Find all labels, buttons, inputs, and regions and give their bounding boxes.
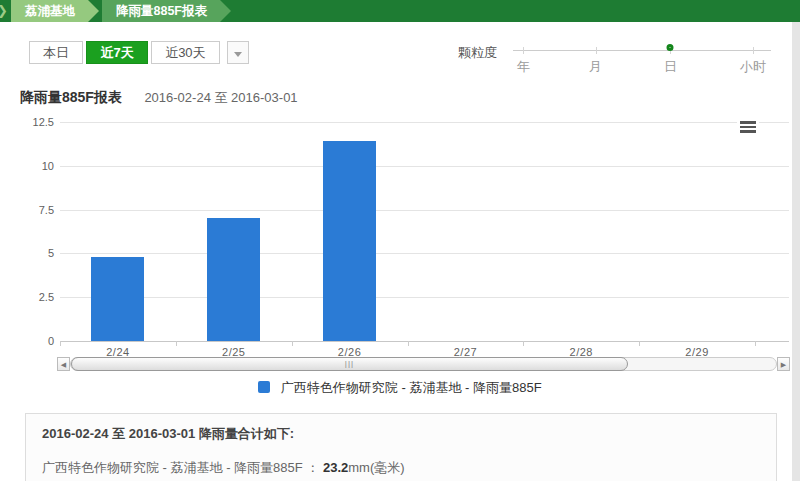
chevron-right-icon: ❯ (0, 0, 11, 22)
report-title: 降雨量885F报表 (20, 89, 122, 105)
granularity-option-3[interactable]: 日 (664, 58, 677, 76)
rainfall-chart: ◀ ||| ▶ 广西特色作物研究院 - 荔浦基地 - 降雨量885F 02.55… (0, 113, 800, 409)
y-gridline (60, 341, 789, 342)
y-axis-label: 10 (8, 160, 54, 172)
chevron-down-icon (234, 52, 242, 57)
scroll-left-button[interactable]: ◀ (57, 357, 70, 371)
x-axis-label: 2/29 (639, 346, 755, 358)
y-axis-label: 7.5 (8, 204, 54, 216)
x-axis-label: 2/28 (523, 346, 639, 358)
summary-panel: 2016-02-24 至 2016-03-01 降雨量合计如下: 广西特色作物研… (25, 413, 777, 481)
breadcrumb-item-base[interactable]: 荔浦基地 (11, 0, 99, 22)
tab-last30days[interactable]: 近30天 (151, 41, 219, 64)
y-gridline (60, 253, 789, 254)
x-axis-label: 2/27 (408, 346, 524, 358)
x-axis-tick (755, 341, 756, 346)
right-gutter (792, 22, 800, 481)
screen: ❯ 荔浦基地 降雨量885F报表 本日 近7天 近30天 颗粒度 年月日小时 降… (0, 0, 800, 481)
slider-tick (596, 47, 597, 54)
y-gridline (60, 297, 789, 298)
chart-legend[interactable]: 广西特色作物研究院 - 荔浦基地 - 降雨量885F (0, 378, 800, 397)
tab-today[interactable]: 本日 (29, 41, 83, 64)
date-range-tabs: 本日 近7天 近30天 (30, 41, 249, 64)
chart-menu-icon[interactable] (737, 119, 759, 137)
granularity-option-1[interactable]: 年 (517, 58, 530, 76)
scrollbar-grip-icon: ||| (345, 359, 354, 368)
x-axis-label: 2/25 (176, 346, 292, 358)
legend-swatch (258, 381, 270, 393)
slider-tick (753, 47, 754, 54)
summary-total-value: 23.2 (323, 460, 348, 475)
y-axis-label: 2.5 (8, 291, 54, 303)
y-gridline (60, 210, 789, 211)
y-gridline (60, 166, 789, 167)
chart-scrollbar: ◀ ||| ▶ (57, 357, 790, 371)
summary-series-label: 广西特色作物研究院 - 荔浦基地 - 降雨量885F ： (42, 460, 323, 475)
summary-heading: 2016-02-24 至 2016-03-01 降雨量合计如下: (42, 425, 760, 443)
slider-track[interactable] (513, 50, 771, 51)
y-axis-label: 12.5 (8, 116, 54, 128)
y-axis-label: 0 (8, 335, 54, 347)
y-gridline (60, 122, 789, 123)
breadcrumb: ❯ 荔浦基地 降雨量885F报表 (0, 0, 800, 22)
scrollbar-thumb[interactable]: ||| (71, 357, 628, 371)
chart-bar[interactable] (91, 257, 144, 341)
range-dropdown-button[interactable] (227, 41, 249, 64)
tab-last7days[interactable]: 近7天 (86, 41, 147, 64)
slider-tick (523, 47, 524, 54)
report-date-range: 2016-02-24 至 2016-03-01 (144, 90, 297, 105)
chart-bar[interactable] (207, 218, 260, 341)
y-axis-label: 5 (8, 247, 54, 259)
summary-unit: mm(毫米) (348, 460, 404, 475)
granularity-label: 颗粒度 (458, 44, 497, 62)
legend-label: 广西特色作物研究院 - 荔浦基地 - 降雨量885F (281, 380, 542, 395)
breadcrumb-item-report[interactable]: 降雨量885F报表 (102, 0, 231, 22)
granularity-slider-handle[interactable] (667, 44, 674, 51)
x-axis-label: 2/26 (292, 346, 408, 358)
granularity-slider[interactable]: 年月日小时 (513, 40, 771, 74)
granularity-option-2[interactable]: 月 (589, 58, 602, 76)
granularity-control: 颗粒度 年月日小时 (458, 40, 773, 74)
granularity-option-4[interactable]: 小时 (740, 58, 766, 76)
summary-line: 广西特色作物研究院 - 荔浦基地 - 降雨量885F ： 23.2mm(毫米) (42, 459, 760, 477)
report-header: 降雨量885F报表 2016-02-24 至 2016-03-01 (20, 88, 298, 107)
scroll-right-button[interactable]: ▶ (777, 357, 790, 371)
chart-bar[interactable] (323, 141, 376, 341)
x-axis-label: 2/24 (60, 346, 176, 358)
scrollbar-track[interactable]: ||| (70, 357, 777, 371)
